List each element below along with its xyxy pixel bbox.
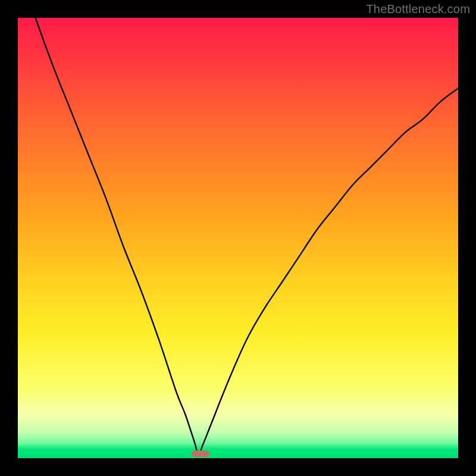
- minimum-marker: [192, 450, 209, 457]
- chart-frame: TheBottleneck.com: [0, 0, 476, 476]
- watermark-text: TheBottleneck.com: [366, 2, 470, 16]
- bottleneck-curve: [18, 18, 458, 458]
- plot-area: [18, 18, 458, 458]
